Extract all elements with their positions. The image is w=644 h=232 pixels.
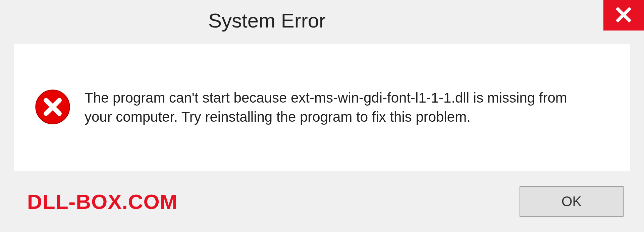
dialog-title: System Error <box>208 9 326 32</box>
error-message: The program can't start because ext-ms-w… <box>85 89 588 126</box>
watermark-text: DLL-BOX.COM <box>27 190 177 214</box>
ok-button-label: OK <box>561 193 582 210</box>
system-error-dialog: System Error The program can't start bec… <box>0 0 644 232</box>
ok-button[interactable]: OK <box>520 186 624 217</box>
dialog-footer: DLL-BOX.COM OK <box>0 171 644 232</box>
titlebar: System Error <box>0 0 644 41</box>
message-panel: The program can't start because ext-ms-w… <box>14 44 630 171</box>
close-icon <box>615 6 632 24</box>
error-circle-x-icon <box>34 89 71 127</box>
close-button[interactable] <box>603 0 644 31</box>
